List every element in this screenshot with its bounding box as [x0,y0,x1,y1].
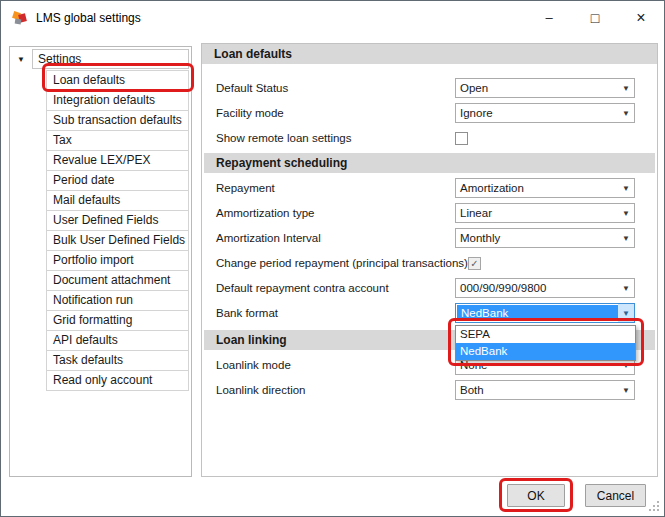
sidebar-item-integration-defaults[interactable]: Integration defaults [46,90,189,111]
bank-format-label: Bank format [216,307,455,319]
sidebar-item-user-defined-fields[interactable]: User Defined Fields [46,210,189,231]
default-status-row: Default Status Open ▼ [202,76,657,100]
panel-header: Loan defaults [202,44,657,64]
sidebar-item-read-only-account[interactable]: Read only account [46,370,189,391]
cancel-button[interactable]: Cancel [585,484,646,507]
sidebar-item-loan-defaults[interactable]: Loan defaults [46,70,189,91]
show-remote-row: Show remote loan settings [202,126,657,150]
sidebar-item-mail-defaults[interactable]: Mail defaults [46,190,189,211]
dropdown-option-nedbank[interactable]: NedBank [456,343,635,360]
default-status-value: Open [456,79,618,97]
chevron-down-icon[interactable]: ▼ [618,179,634,197]
default-repayment-contra-account-label: Default repayment contra account [216,282,455,294]
sidebar-item-document-attachment[interactable]: Document attachment [46,270,189,291]
loanlink-direction-value: Both [456,381,618,399]
close-button[interactable]: × [618,1,664,34]
loan-defaults-panel: Loan defaults Default Status Open ▼ Faci… [201,43,658,477]
window-title: LMS global settings [36,11,141,25]
tree-expander-icon[interactable]: ▼ [10,55,32,64]
ammortization-type-label: Ammortization type [216,207,455,219]
chevron-down-icon[interactable]: ▼ [618,204,634,222]
change-period-repayment-row: Change period repayment (principal trans… [202,251,657,275]
sidebar-item-api-defaults[interactable]: API defaults [46,330,189,351]
sidebar-item-bulk-user-defined-fields[interactable]: Bulk User Defined Fields [46,230,189,251]
loanlink-direction-row: Loanlink direction Both ▼ [202,378,657,402]
chevron-down-icon[interactable]: ▼ [618,381,634,399]
tree-root-settings[interactable]: Settings [32,49,189,69]
repayment-label: Repayment [216,182,455,194]
app-icon [12,10,28,26]
amortization-interval-label: Amortization Interval [216,232,455,244]
chevron-down-icon[interactable]: ▼ [618,79,634,97]
lms-global-settings-window: LMS global settings – □ × ▼ Settings Loa… [0,0,665,517]
maximize-button[interactable]: □ [572,1,618,34]
default-repayment-contra-account-row: Default repayment contra account 000/90/… [202,276,657,300]
repayment-combo[interactable]: Amortization ▼ [455,178,635,198]
facility-mode-label: Facility mode [216,107,455,119]
default-status-label: Default Status [216,82,455,94]
bank-format-value: NedBank [457,305,618,321]
ammortization-type-value: Linear [456,204,618,222]
facility-mode-value: Ignore [456,104,618,122]
chevron-down-icon[interactable]: ▼ [618,229,634,247]
repayment-row: Repayment Amortization ▼ [202,176,657,200]
sidebar-item-revalue-lex-pex[interactable]: Revalue LEX/PEX [46,150,189,171]
loanlink-direction-label: Loanlink direction [216,384,455,396]
bank-format-row: Bank format NedBank ▼ [202,301,657,325]
chevron-down-icon[interactable]: ▼ [618,104,634,122]
loanlink-direction-combo[interactable]: Both ▼ [455,380,635,400]
sidebar-item-tax[interactable]: Tax [46,130,189,151]
default-repayment-contra-account-value: 000/90/990/9800 [456,279,618,297]
amortization-interval-value: Monthly [456,229,618,247]
sidebar-item-grid-formatting[interactable]: Grid formatting [46,310,189,331]
sidebar-item-period-date[interactable]: Period date [46,170,189,191]
facility-mode-row: Facility mode Ignore ▼ [202,101,657,125]
sidebar-item-task-defaults[interactable]: Task defaults [46,350,189,371]
dropdown-option-sepa[interactable]: SEPA [456,326,635,343]
minimize-button[interactable]: – [526,1,572,34]
settings-tree: ▼ Settings Loan defaults Integration def… [9,46,192,477]
repayment-value: Amortization [456,179,618,197]
titlebar[interactable]: LMS global settings – □ × [1,1,664,34]
sidebar-item-notification-run[interactable]: Notification run [46,290,189,311]
resize-grip-icon[interactable] [648,500,661,513]
bank-format-combo[interactable]: NedBank ▼ [455,303,635,323]
bank-format-dropdown-list: SEPA NedBank [455,325,636,361]
sidebar-item-portfolio-import[interactable]: Portfolio import [46,250,189,271]
change-period-repayment-label: Change period repayment (principal trans… [216,257,468,269]
ammortization-type-row: Ammortization type Linear ▼ [202,201,657,225]
ammortization-type-combo[interactable]: Linear ▼ [455,203,635,223]
default-repayment-contra-account-combo[interactable]: 000/90/990/9800 ▼ [455,278,635,298]
show-remote-checkbox[interactable] [455,132,468,145]
chevron-down-icon[interactable]: ▼ [618,279,634,297]
check-icon: ✓ [470,258,478,269]
facility-mode-combo[interactable]: Ignore ▼ [455,103,635,123]
tree-root-row: ▼ Settings [10,48,191,70]
amortization-interval-combo[interactable]: Monthly ▼ [455,228,635,248]
amortization-interval-row: Amortization Interval Monthly ▼ [202,226,657,250]
section-repayment-scheduling: Repayment scheduling [204,153,655,173]
ok-button[interactable]: OK [507,484,565,507]
sidebar-item-sub-transaction-defaults[interactable]: Sub transaction defaults [46,110,189,131]
window-controls: – □ × [526,1,664,34]
change-period-repayment-checkbox[interactable]: ✓ [468,257,481,270]
loanlink-mode-label: Loanlink mode [216,359,455,371]
chevron-down-icon[interactable]: ▼ [618,304,634,322]
tree-children: Loan defaults Integration defaults Sub t… [46,70,189,391]
show-remote-label: Show remote loan settings [216,132,455,144]
default-status-combo[interactable]: Open ▼ [455,78,635,98]
